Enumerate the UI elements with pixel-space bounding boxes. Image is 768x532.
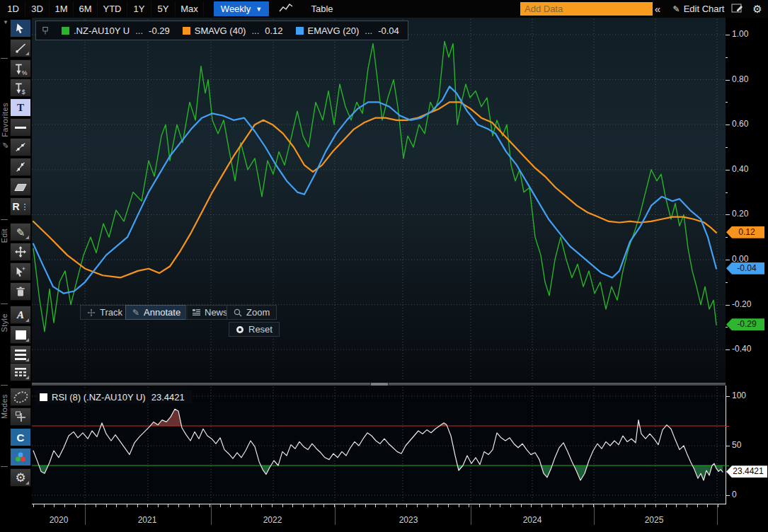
reset-button[interactable]: Reset [229,322,280,337]
delete-trash-tool[interactable] [10,282,31,301]
axis-tick [726,327,728,328]
period-button-3d[interactable]: 3D [25,1,50,16]
compare-mode-button[interactable]: C [10,428,31,446]
time-axis[interactable]: 202020212022202320242025 [0,504,768,532]
month-tick [624,504,625,507]
green-swatch-icon [62,27,69,35]
axis-tick [726,35,730,35]
price-chart-svg [32,18,726,383]
crosshair-lock-tool[interactable] [10,407,31,426]
color-palette-mode-button[interactable] [10,448,31,466]
month-tick [448,504,449,507]
month-tick [531,504,532,507]
x-axis-line [32,504,726,504]
month-tick [127,504,127,507]
axis-tick [726,147,728,148]
legend-series-name: .NZ-AU10Y U [74,25,130,36]
rsi-legend[interactable]: RSI (8) (.NZ-AU10Y U) 23.4421 [35,390,192,404]
axis-tick [726,305,730,306]
month-tick [261,504,262,507]
cursor-tool[interactable] [10,19,31,37]
month-tick [251,504,252,507]
group-label-edit: Edit [0,229,9,243]
move-tool[interactable] [10,243,31,261]
axis-value-badge: 23.4421 [726,466,767,478]
regression-tool[interactable]: R⋮ [10,197,31,216]
collapse-panel-button[interactable]: « [648,1,667,16]
chart-legend: .NZ-AU10Y U ... -0.29 SMAVG (40) ... 0.1… [35,21,408,40]
month-tick [375,504,376,507]
axis-tick [726,446,730,446]
legend-series-value: 0.12 [265,25,282,36]
ray-segment-tool[interactable] [10,158,31,176]
percent-change-tool[interactable]: % [10,59,31,78]
legend-item-emavg[interactable]: EMAVG (20) ... -0.04 [296,25,399,36]
month-tick [541,504,542,507]
period-button-5y[interactable]: 5Y [151,1,176,16]
fill-color-tool[interactable] [10,325,31,344]
month-tick [718,504,718,507]
trend-channel-tool[interactable] [10,138,31,156]
line-width-tool[interactable] [10,345,31,364]
svg-text:+: + [22,265,25,272]
settings-gear-button[interactable]: ⚙ [748,1,767,16]
month-tick [666,504,667,507]
chart-options-gear-button[interactable]: ⚙ [10,468,31,487]
edit-chart-button[interactable]: ✎ Edit Chart [670,1,728,16]
cursor-arrow-icon [14,22,27,35]
zoom-button[interactable]: Zoom [227,305,277,320]
table-button[interactable]: Table [302,1,343,16]
price-axis-label: 0.80 [732,74,748,84]
main-chart-panel[interactable] [32,18,726,383]
line-style-tool[interactable] [10,363,31,381]
interval-dropdown[interactable]: Weekly ▼ [214,1,269,16]
annotate-button[interactable]: ✎ Annotate [125,305,188,320]
horizontal-line-tool[interactable] [10,118,31,137]
chart-settings-button[interactable] [728,1,747,16]
pin-icon[interactable] [42,26,49,35]
dollar-change-tool[interactable]: $ [10,79,31,97]
pencil-icon: ✎ [673,4,680,14]
period-button-ytd[interactable]: YTD [98,1,127,16]
legend-item-spread[interactable]: .NZ-AU10Y U ... -0.29 [62,25,170,36]
month-tick [158,504,159,507]
period-button-1y[interactable]: 1Y [127,1,151,16]
chart-type-button[interactable] [275,1,297,16]
month-tick [106,504,107,507]
month-tick [645,504,646,507]
select-add-tool[interactable]: + [10,262,31,281]
price-axis-label: 0.60 [732,119,748,129]
axis-tick [726,57,728,58]
month-tick [437,504,438,507]
month-tick [44,504,45,507]
draw-pencil-tool[interactable]: ✎ [10,223,31,241]
add-data-input[interactable] [520,2,653,16]
text-annotation-tool[interactable]: T [10,98,31,117]
month-tick [655,504,656,507]
month-tick [314,504,314,507]
reset-label: Reset [248,324,273,335]
period-button-max[interactable]: Max [176,1,204,16]
month-tick [707,504,708,507]
polygon-shape-tool[interactable] [10,178,31,196]
font-style-tool[interactable]: A [10,306,31,324]
month-tick [614,504,614,507]
group-label-modes: Modes [0,394,9,419]
legend-item-smavg[interactable]: SMAVG (40) ... 0.12 [183,25,283,36]
terminal-chart-window: 1D3D1M6MYTD1Y5YMax Weekly ▼ Table « ✎ Ed… [0,0,768,532]
month-tick [230,504,231,507]
price-axis-label: 1.00 [732,29,748,39]
month-tick [428,504,428,507]
year-label-2025: 2025 [645,515,664,525]
period-button-1d[interactable]: 1D [1,1,25,16]
trendline-tool[interactable] [10,39,31,57]
annotate-label: Annotate [144,307,180,318]
lasso-select-tool[interactable] [10,388,31,406]
period-button-1m[interactable]: 1M [50,1,74,16]
sidebar-collapse-icon[interactable]: ▼ [3,19,8,25]
right-price-axis[interactable]: 1.000.800.600.400.200.00-0.20-0.40100500 [726,18,768,532]
group-label-favorites: ✎ Favorites [0,103,9,149]
period-button-6m[interactable]: 6M [74,1,98,16]
month-tick [282,504,283,507]
track-button[interactable]: Track [80,305,130,320]
